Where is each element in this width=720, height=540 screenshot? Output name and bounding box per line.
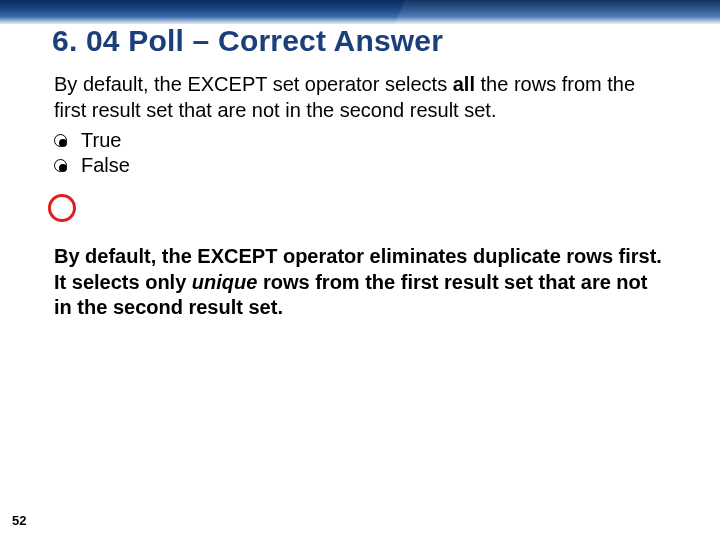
option-label: False — [81, 154, 130, 177]
poll-question: By default, the EXCEPT set operator sele… — [54, 72, 664, 123]
bullet-icon — [54, 134, 67, 147]
bullet-icon — [54, 159, 67, 172]
poll-options: True False — [54, 129, 664, 177]
slide: 6. 04 Poll – Correct Answer By default, … — [0, 0, 720, 540]
explanation-text: By default, the EXCEPT operator eliminat… — [54, 244, 664, 321]
correct-answer-marker-icon — [48, 194, 76, 222]
slide-body: By default, the EXCEPT set operator sele… — [54, 72, 664, 177]
top-banner — [0, 0, 720, 24]
explain-italic-word: unique — [192, 271, 258, 293]
slide-title: 6. 04 Poll – Correct Answer — [52, 24, 443, 58]
option-true: True — [54, 129, 664, 152]
page-number: 52 — [12, 513, 26, 528]
question-bold-word: all — [453, 73, 475, 95]
option-label: True — [81, 129, 121, 152]
question-text-pre: By default, the EXCEPT set operator sele… — [54, 73, 453, 95]
option-false: False — [54, 154, 664, 177]
